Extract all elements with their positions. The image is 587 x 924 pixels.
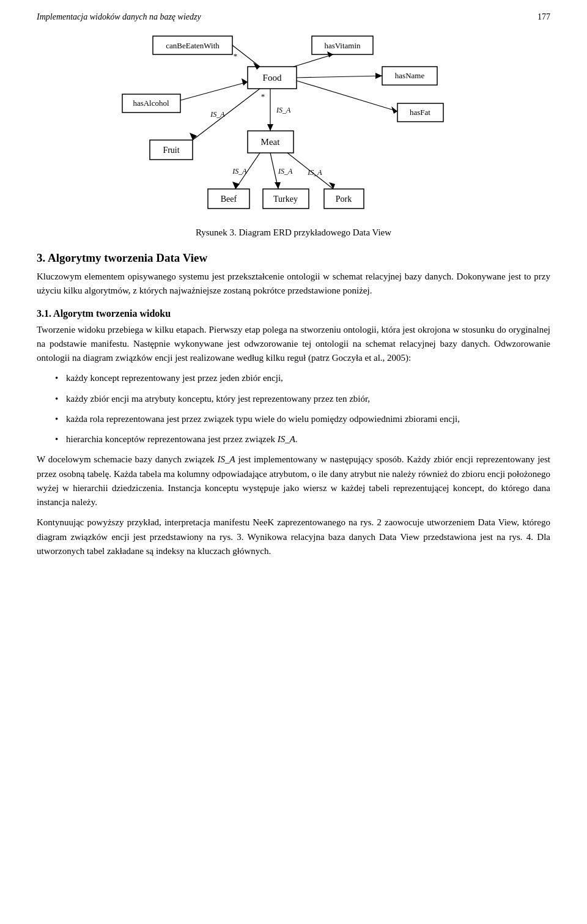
svg-marker-44	[275, 182, 281, 189]
bullet-item-4: hierarchia konceptów reprezentowana jest…	[55, 432, 550, 446]
svg-text:Meat: Meat	[261, 137, 281, 147]
svg-text:IS_A: IS_A	[232, 167, 247, 176]
svg-marker-25	[375, 73, 382, 79]
svg-text:Fruit: Fruit	[163, 146, 179, 155]
svg-text:IS_A: IS_A	[210, 110, 225, 119]
svg-marker-34	[190, 133, 197, 140]
section3-1-para2: W docelowym schemacie bazy danych związe…	[37, 453, 550, 509]
is-a-italic: IS_A	[278, 434, 295, 444]
page-header: Implementacja widoków danych na bazę wie…	[37, 12, 550, 22]
svg-text:IS_A: IS_A	[276, 106, 291, 114]
svg-line-31	[180, 82, 248, 100]
svg-text:hasName: hasName	[395, 71, 425, 80]
svg-marker-41	[232, 182, 240, 189]
svg-text:Pork: Pork	[336, 194, 352, 204]
page-header-title: Implementacja widoków danych na bazę wie…	[37, 12, 201, 22]
svg-text:hasAlcohol: hasAlcohol	[133, 98, 169, 108]
section3-heading: 3. Algorytmy tworzenia Data View	[37, 251, 550, 265]
bullet-item-3: każda rola reprezentowana jest przez zwi…	[55, 412, 550, 426]
svg-text:IS_A: IS_A	[278, 167, 293, 176]
svg-text:Food: Food	[263, 73, 282, 83]
diagram-caption: Rysunek 3. Diagram ERD przykładowego Dat…	[196, 227, 391, 238]
section3-intro: Kluczowym elementem opisywanego systemu …	[37, 270, 550, 298]
svg-text:*: *	[261, 92, 265, 101]
svg-text:hasFat: hasFat	[410, 108, 430, 117]
is-a-ref-1: IS_A	[218, 454, 235, 464]
diagram-container: Food hasVitamin hasName hasFat canBeEate…	[37, 33, 550, 238]
section3-1-para3: Kontynuując powyższy przykład, interpret…	[37, 516, 550, 558]
svg-text:canBeEatenWith: canBeEatenWith	[166, 41, 220, 50]
bullet-list: każdy koncept reprezentowany jest przez …	[55, 371, 550, 446]
svg-text:Turkey: Turkey	[273, 194, 298, 204]
page: Implementacja widoków danych na bazę wie…	[0, 0, 587, 924]
svg-text:*: *	[234, 51, 238, 61]
svg-text:IS_A: IS_A	[307, 168, 322, 177]
diagram-svg: Food hasVitamin hasName hasFat canBeEate…	[104, 33, 483, 223]
svg-text:Beef: Beef	[221, 194, 237, 204]
section3-1-heading: 3.1. Algorytm tworzenia widoku	[37, 308, 550, 319]
svg-line-24	[297, 76, 382, 78]
page-number: 177	[537, 12, 550, 22]
svg-line-22	[294, 54, 333, 67]
svg-marker-37	[267, 124, 273, 131]
bullet-item-1: każdy koncept reprezentowany jest przez …	[55, 371, 550, 385]
svg-marker-32	[242, 78, 248, 86]
svg-text:hasVitamin: hasVitamin	[324, 41, 361, 50]
bullet-item-2: każdy zbiór encji ma atrybuty konceptu, …	[55, 392, 550, 406]
section3-1-para1: Tworzenie widoku przebiega w kilku etapa…	[37, 323, 550, 366]
